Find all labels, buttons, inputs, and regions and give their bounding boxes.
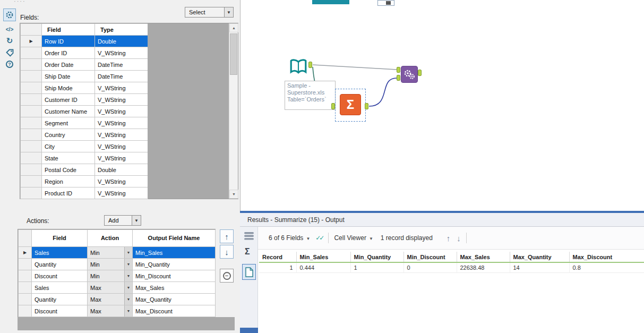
result-cell[interactable]: 14 — [510, 262, 569, 272]
field-type-cell[interactable]: V_WString — [95, 47, 148, 59]
action-select[interactable]: Min▼ — [88, 270, 133, 282]
results-col-header[interactable]: Min_Discount — [403, 252, 457, 262]
input-data-tool[interactable] — [288, 57, 308, 77]
field-row[interactable]: Order IDV_WString — [21, 47, 148, 59]
record-number-cell[interactable]: 1 — [259, 262, 296, 272]
action-row[interactable]: Discount Max▼ Max_Discount — [19, 305, 216, 317]
chevron-down-icon[interactable]: ▼ — [224, 7, 233, 17]
field-row[interactable]: StateV_WString — [21, 152, 148, 164]
input-anchor[interactable] — [397, 67, 400, 73]
result-cell[interactable]: 22638.48 — [457, 262, 510, 272]
output-anchor[interactable] — [308, 62, 312, 68]
field-row[interactable]: Order DateDateTime — [21, 59, 148, 71]
field-name-cell[interactable]: Segment — [42, 117, 95, 129]
action-field-cell[interactable]: Quantity — [32, 294, 88, 305]
output-anchor[interactable] — [418, 70, 422, 76]
field-type-cell[interactable]: V_WString — [95, 141, 148, 152]
field-type-cell[interactable]: V_WString — [95, 82, 148, 94]
field-row[interactable]: Customer NameV_WString — [21, 106, 148, 117]
scroll-down-icon[interactable]: ▼ — [229, 190, 238, 199]
field-row[interactable]: RegionV_WString — [21, 176, 148, 187]
panel-grip[interactable]: ···· — [14, 0, 26, 4]
select-dropdown[interactable]: Select ▼ — [185, 7, 234, 18]
results-col-header[interactable]: Max_Quantity — [510, 252, 569, 262]
output-anchor[interactable] — [365, 103, 368, 109]
row-marker-icon[interactable]: ▶ — [19, 247, 32, 259]
field-type-cell[interactable]: V_WString — [95, 152, 148, 164]
row-selector[interactable] — [21, 71, 42, 82]
apply-filter-button[interactable]: ✓✓ — [315, 234, 323, 242]
action-field-cell[interactable]: Quantity — [32, 259, 88, 270]
row-selector[interactable] — [21, 117, 42, 129]
action-row[interactable]: Quantity Max▼ Max_Quantity — [19, 294, 216, 305]
action-field-cell[interactable]: Discount — [32, 305, 88, 317]
help-tab[interactable]: ? — [3, 58, 16, 70]
action-row[interactable]: ▶ Sales Min▼ Min_Sales — [19, 247, 216, 259]
next-record-button[interactable]: ↓ — [457, 234, 461, 243]
action-output-cell[interactable]: Max_Quantity — [133, 294, 216, 305]
row-selector[interactable] — [19, 294, 32, 305]
results-col-header[interactable]: Max_Sales — [457, 252, 510, 262]
field-row[interactable]: Ship DateDateTime — [21, 71, 148, 82]
configuration-tab[interactable] — [3, 8, 16, 21]
action-output-cell[interactable]: Min_Sales — [133, 247, 216, 259]
output-page-button[interactable] — [242, 264, 256, 280]
field-row[interactable]: Ship ModeV_WString — [21, 82, 148, 94]
field-name-cell[interactable]: Ship Date — [42, 71, 95, 82]
summarize-tool[interactable]: Σ — [340, 94, 361, 115]
tool-annotation[interactable]: Sample - Superstore.xls Table=`Orders` — [285, 81, 336, 110]
field-name-cell[interactable]: Region — [42, 176, 95, 187]
action-field-cell[interactable]: Discount — [32, 270, 88, 282]
fields-filter-dropdown[interactable]: 6 of 6 Fields▼ — [269, 234, 310, 242]
row-selector[interactable] — [21, 152, 42, 164]
data-grid-button[interactable] — [244, 232, 254, 241]
chevron-down-icon[interactable]: ▼ — [124, 294, 132, 305]
field-name-cell[interactable]: Row ID — [42, 36, 95, 47]
input-anchor[interactable] — [397, 75, 400, 81]
row-selector[interactable] — [21, 164, 42, 176]
field-name-cell[interactable]: Order ID — [42, 47, 95, 59]
field-type-cell[interactable]: V_WString — [95, 94, 148, 106]
field-type-cell[interactable]: DateTime — [95, 59, 148, 71]
row-selector[interactable] — [21, 59, 42, 71]
code-tab[interactable]: </> — [3, 23, 16, 35]
add-dropdown[interactable]: Add ▼ — [104, 215, 141, 226]
field-name-cell[interactable]: Country — [42, 129, 95, 141]
action-select[interactable]: Max▼ — [88, 282, 133, 294]
macro-tool[interactable] — [401, 66, 418, 83]
action-select[interactable]: Max▼ — [88, 294, 133, 305]
field-row[interactable]: Postal CodeDouble — [21, 164, 148, 176]
field-row[interactable]: CityV_WString — [21, 141, 148, 152]
field-name-cell[interactable]: Customer Name — [42, 106, 95, 117]
field-name-cell[interactable]: Product ID — [42, 187, 95, 199]
action-output-cell[interactable]: Max_Discount — [133, 305, 216, 317]
action-row[interactable]: Quantity Min▼ Min_Quantity — [19, 259, 216, 270]
canvas-tab-fragment[interactable] — [312, 0, 349, 4]
row-marker-icon[interactable]: ▶ — [21, 36, 42, 47]
field-name-cell[interactable]: Customer ID — [42, 94, 95, 106]
row-selector[interactable] — [21, 141, 42, 152]
action-output-cell[interactable]: Max_Sales — [133, 282, 216, 294]
field-name-cell[interactable]: City — [42, 141, 95, 152]
results-col-header[interactable]: Record — [259, 252, 296, 262]
results-col-header[interactable]: Min_Quantity — [350, 252, 403, 262]
field-type-cell[interactable]: Double — [95, 164, 148, 176]
row-selector[interactable] — [21, 47, 42, 59]
refresh-tab[interactable]: ↻ — [3, 35, 16, 47]
field-row[interactable]: Customer IDV_WString — [21, 94, 148, 106]
row-selector[interactable] — [19, 270, 32, 282]
action-field-cell[interactable]: Sales — [32, 247, 88, 259]
fields-scrollbar[interactable]: ▲ ▼ — [229, 23, 238, 199]
scroll-up-icon[interactable]: ▲ — [229, 23, 238, 32]
action-output-cell[interactable]: Min_Quantity — [133, 259, 216, 270]
row-selector[interactable] — [21, 129, 42, 141]
chevron-down-icon[interactable]: ▼ — [124, 282, 132, 293]
result-cell[interactable]: 1 — [350, 262, 403, 272]
annotation-tab[interactable] — [3, 47, 16, 58]
field-name-cell[interactable]: Order Date — [42, 59, 95, 71]
action-output-cell[interactable]: Min_Discount — [133, 270, 216, 282]
action-row[interactable]: Discount Min▼ Min_Discount — [19, 270, 216, 282]
results-col-header[interactable]: Max_Discount — [569, 252, 644, 262]
action-select[interactable]: Min▼ — [88, 247, 133, 259]
row-selector[interactable] — [21, 82, 42, 94]
